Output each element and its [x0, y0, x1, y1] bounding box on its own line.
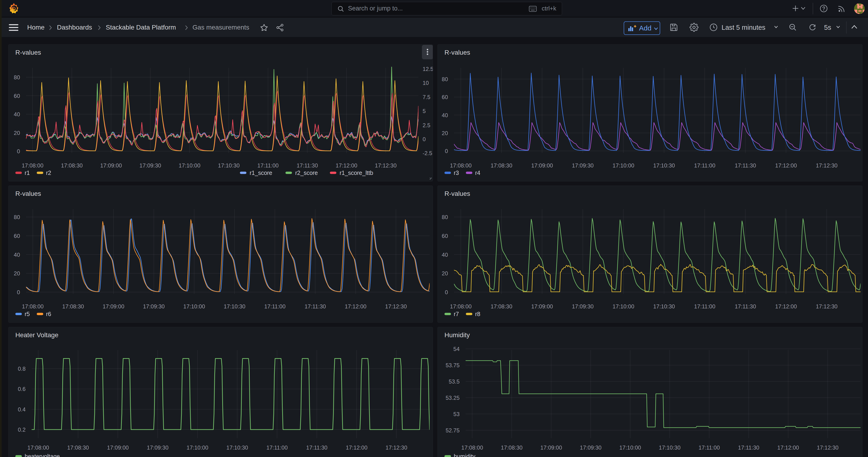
svg-text:17:08:00: 17:08:00 [450, 303, 471, 309]
svg-text:17:12:30: 17:12:30 [817, 445, 838, 451]
svg-text:20: 20 [442, 270, 448, 277]
svg-text:17:12:30: 17:12:30 [385, 303, 407, 309]
svg-text:17:10:30: 17:10:30 [653, 303, 675, 309]
svg-text:r1_score_lttb: r1_score_lttb [340, 170, 373, 176]
svg-text:r5: r5 [25, 311, 30, 317]
svg-text:17:10:30: 17:10:30 [659, 445, 680, 451]
svg-text:80: 80 [14, 214, 20, 220]
svg-text:17:11:30: 17:11:30 [306, 445, 328, 451]
svg-text:17:10:30: 17:10:30 [653, 162, 675, 169]
svg-text:80: 80 [442, 214, 448, 220]
svg-text:17:11:00: 17:11:00 [267, 445, 288, 451]
svg-text:r4: r4 [475, 170, 480, 176]
svg-text:17:08:00: 17:08:00 [22, 303, 43, 309]
svg-text:0: 0 [423, 136, 426, 142]
svg-text:17:09:30: 17:09:30 [140, 162, 161, 169]
svg-text:17:08:00: 17:08:00 [22, 162, 43, 169]
svg-text:60: 60 [442, 233, 448, 239]
svg-text:R-values: R-values [16, 49, 41, 56]
svg-text:80: 80 [442, 76, 448, 82]
svg-text:17:10:00: 17:10:00 [619, 445, 641, 451]
svg-text:17:12:00: 17:12:00 [336, 162, 357, 169]
svg-text:0: 0 [17, 289, 20, 295]
svg-text:17:11:00: 17:11:00 [264, 303, 286, 309]
svg-text:17:10:00: 17:10:00 [613, 303, 634, 309]
svg-text:17:12:00: 17:12:00 [775, 303, 797, 309]
svg-text:2.5: 2.5 [423, 122, 430, 128]
svg-text:0.8: 0.8 [18, 366, 26, 372]
svg-text:17:11:30: 17:11:30 [735, 303, 756, 309]
svg-text:40: 40 [442, 252, 448, 258]
svg-text:12.5: 12.5 [423, 66, 433, 72]
svg-text:40: 40 [14, 252, 20, 258]
svg-text:17:08:30: 17:08:30 [501, 445, 522, 451]
svg-text:53.25: 53.25 [445, 395, 460, 401]
svg-text:R-values: R-values [16, 190, 41, 197]
svg-text:17:11:30: 17:11:30 [297, 162, 318, 169]
svg-text:17:11:30: 17:11:30 [738, 445, 760, 451]
svg-text:0.2: 0.2 [18, 427, 26, 433]
svg-text:r1_score: r1_score [250, 170, 272, 176]
svg-text:17:12:30: 17:12:30 [375, 162, 397, 169]
svg-text:17:11:00: 17:11:00 [257, 162, 279, 169]
svg-text:r8: r8 [475, 311, 480, 317]
svg-text:17:08:00: 17:08:00 [27, 445, 49, 451]
svg-text:60: 60 [442, 94, 448, 100]
svg-text:17:09:00: 17:09:00 [531, 303, 553, 309]
svg-text:52.75: 52.75 [445, 427, 460, 433]
svg-text:17:12:30: 17:12:30 [386, 445, 407, 451]
svg-text:0: 0 [445, 289, 448, 295]
svg-text:17:11:30: 17:11:30 [305, 303, 326, 309]
svg-text:r1: r1 [25, 170, 30, 176]
svg-text:r6: r6 [46, 311, 51, 317]
svg-text:r7: r7 [454, 311, 459, 317]
svg-text:17:08:00: 17:08:00 [450, 162, 471, 169]
svg-text:Heater Voltage: Heater Voltage [16, 331, 58, 339]
svg-text:17:11:30: 17:11:30 [735, 162, 756, 169]
svg-text:40: 40 [442, 112, 448, 118]
svg-text:17:08:30: 17:08:30 [61, 162, 83, 169]
svg-text:20: 20 [442, 130, 448, 136]
svg-text:17:10:30: 17:10:30 [224, 303, 245, 309]
svg-text:60: 60 [14, 233, 20, 239]
svg-text:17:12:00: 17:12:00 [345, 303, 366, 309]
svg-text:53.75: 53.75 [445, 362, 460, 368]
svg-text:0.6: 0.6 [18, 386, 26, 392]
svg-text:17:12:00: 17:12:00 [775, 162, 797, 169]
svg-text:R-values: R-values [444, 190, 470, 197]
svg-text:-2.5: -2.5 [423, 150, 432, 156]
svg-text:r2_score: r2_score [295, 170, 318, 176]
svg-text:7.5: 7.5 [423, 94, 430, 100]
svg-text:20: 20 [14, 130, 20, 136]
svg-text:R-values: R-values [444, 49, 470, 56]
svg-text:17:10:00: 17:10:00 [183, 303, 205, 309]
svg-text:17:10:30: 17:10:30 [226, 445, 248, 451]
svg-text:17:08:30: 17:08:30 [491, 162, 512, 169]
svg-text:17:12:30: 17:12:30 [816, 162, 837, 169]
svg-text:17:08:00: 17:08:00 [461, 445, 483, 451]
svg-text:17:09:00: 17:09:00 [100, 162, 122, 169]
svg-text:17:11:00: 17:11:00 [699, 445, 720, 451]
svg-text:53: 53 [453, 411, 460, 417]
svg-text:17:10:00: 17:10:00 [613, 162, 634, 169]
svg-text:17:12:00: 17:12:00 [777, 445, 799, 451]
svg-text:20: 20 [14, 270, 20, 277]
svg-text:5: 5 [423, 108, 426, 114]
svg-text:heatervoltage: heatervoltage [25, 453, 60, 457]
svg-text:53.5: 53.5 [448, 378, 460, 385]
svg-text:17:08:30: 17:08:30 [67, 445, 89, 451]
svg-text:17:11:00: 17:11:00 [694, 162, 715, 169]
svg-text:17:12:00: 17:12:00 [346, 445, 367, 451]
svg-text:10: 10 [423, 80, 429, 86]
svg-text:17:09:00: 17:09:00 [107, 445, 129, 451]
svg-text:40: 40 [14, 111, 20, 117]
svg-text:0.4: 0.4 [18, 406, 26, 413]
svg-text:60: 60 [14, 93, 20, 99]
svg-text:0: 0 [445, 148, 448, 154]
svg-text:17:08:30: 17:08:30 [62, 303, 84, 309]
svg-text:0: 0 [17, 148, 20, 154]
svg-text:17:10:00: 17:10:00 [179, 162, 200, 169]
svg-text:r3: r3 [454, 170, 459, 176]
svg-text:80: 80 [14, 74, 20, 81]
svg-text:17:09:30: 17:09:30 [580, 445, 601, 451]
